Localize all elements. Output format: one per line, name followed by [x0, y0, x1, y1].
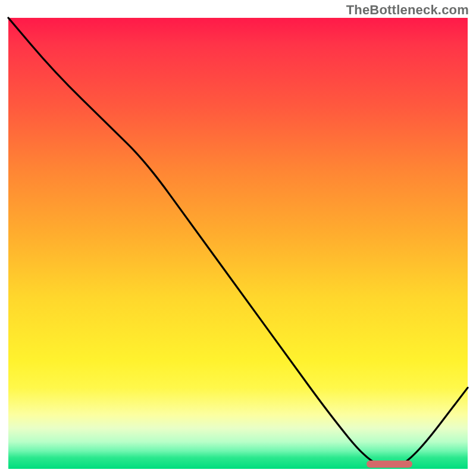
optimal-range-indicator — [367, 461, 412, 468]
watermark-text: TheBottleneck.com — [346, 2, 469, 18]
gradient-plot-area — [8, 18, 468, 469]
chart-container: TheBottleneck.com — [0, 0, 476, 476]
curve-path — [8, 18, 468, 466]
bottleneck-curve — [8, 18, 468, 469]
